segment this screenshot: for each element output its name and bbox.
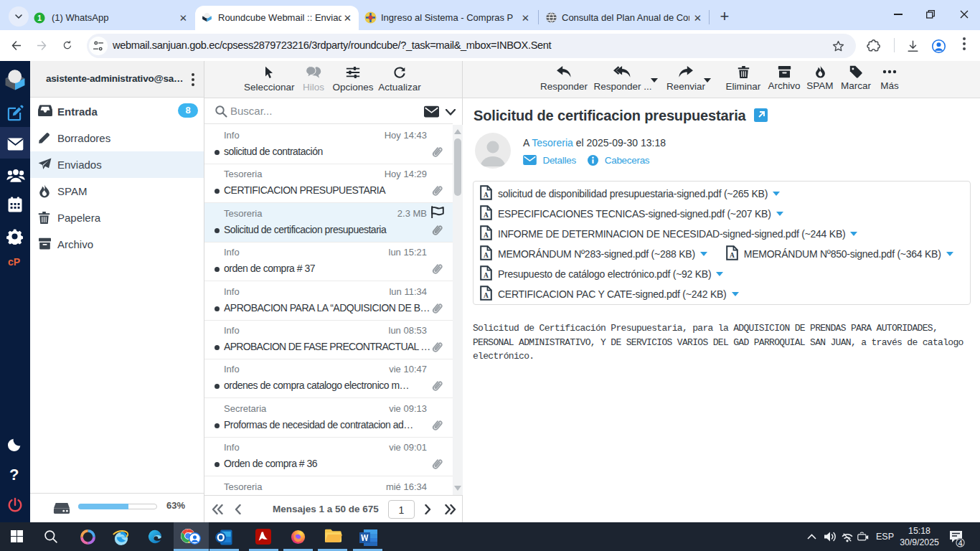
svg-text:A: A [484,292,489,299]
svg-text:1: 1 [37,14,42,22]
svg-text:A: A [484,272,489,279]
svg-text:A: A [484,192,489,199]
svg-text:A: A [730,252,735,259]
svg-text:A: A [484,212,489,219]
svg-text:4: 4 [958,539,962,547]
svg-text:A: A [484,252,489,259]
svg-text:A: A [484,232,489,239]
